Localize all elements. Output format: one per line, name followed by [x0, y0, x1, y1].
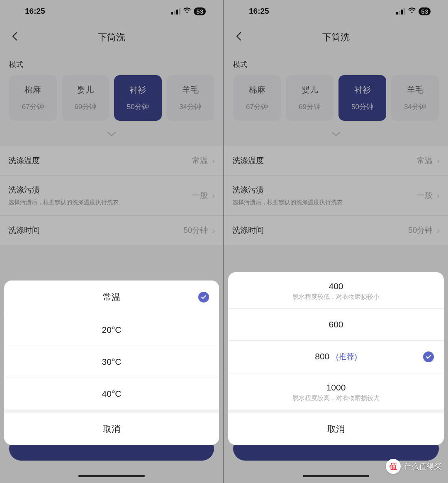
mode-section: 模式 棉麻 67分钟 婴儿 69分钟 衬衫 50分钟 羊毛 34分钟: [224, 52, 448, 146]
settings-list: 洗涤温度 常温 › 洗涤污渍 选择污渍后，根据默认的洗涤温度执行洗衣 一般 › …: [0, 146, 223, 245]
mode-card-cotton[interactable]: 棉麻 67分钟: [233, 75, 281, 121]
sheet-cancel-button[interactable]: 取消: [228, 410, 444, 445]
mode-section: 模式 棉麻 67分钟 婴儿 69分钟 衬衫 50分钟 羊毛 34分钟: [0, 52, 223, 146]
setting-wash-temperature[interactable]: 洗涤温度 常温 ›: [224, 146, 448, 176]
mode-card-shirt[interactable]: 衬衫 50分钟: [338, 75, 386, 121]
recommended-label: (推荐): [336, 352, 357, 361]
settings-list: 洗涤温度 常温 › 洗涤污渍 选择污渍后，根据默认的洗涤温度执行洗衣 一般 › …: [224, 146, 448, 245]
back-button[interactable]: [12, 31, 17, 44]
back-button[interactable]: [236, 31, 241, 44]
mode-section-label: 模式: [224, 60, 448, 75]
phone-screenshot-left: 16:25 53 下筒洗 模式 棉麻 67分钟: [0, 0, 224, 483]
check-icon: [423, 351, 434, 362]
check-icon: [198, 292, 209, 302]
setting-wash-stain[interactable]: 洗涤污渍 选择污渍后，根据默认的洗涤温度执行洗衣 一般 ›: [224, 176, 448, 216]
setting-wash-stain[interactable]: 洗涤污渍 选择污渍后，根据默认的洗涤温度执行洗衣 一般 ›: [0, 176, 223, 216]
mode-section-label: 模式: [0, 60, 223, 75]
phone-screenshot-right: 16:25 53 下筒洗 模式 棉麻 67分钟: [224, 0, 448, 483]
chevron-right-icon: ›: [212, 191, 215, 200]
mode-card-wool[interactable]: 羊毛 34分钟: [391, 75, 439, 121]
wifi-icon: [183, 7, 191, 16]
mode-card-baby[interactable]: 婴儿 69分钟: [286, 75, 334, 121]
sheet-option-400[interactable]: 400 脱水程度较低，对衣物磨损较小: [228, 272, 444, 309]
battery-indicator: 53: [194, 7, 206, 15]
cellular-signal-icon: [396, 8, 405, 15]
spin-speed-action-sheet: 400 脱水程度较低，对衣物磨损较小 600 800 (推荐) 1000 脱水程…: [228, 272, 444, 445]
cellular-signal-icon: [171, 8, 180, 15]
sheet-option-800[interactable]: 800 (推荐): [228, 341, 444, 373]
setting-wash-time[interactable]: 洗涤时间 50分钟 ›: [224, 216, 448, 245]
watermark-icon: 值: [386, 459, 401, 474]
page-title: 下筒洗: [322, 31, 350, 44]
chevron-right-icon: ›: [212, 156, 215, 166]
sheet-option-normal-temp[interactable]: 常温: [4, 281, 219, 314]
sheet-option-20c[interactable]: 20°C: [4, 314, 219, 346]
watermark-text: 什么值得买: [404, 461, 441, 471]
page-title: 下筒洗: [98, 31, 125, 44]
nav-bar: 下筒洗: [0, 22, 223, 52]
sheet-option-40c[interactable]: 40°C: [4, 378, 219, 410]
wifi-icon: [408, 7, 416, 16]
setting-wash-temperature[interactable]: 洗涤温度 常温 ›: [0, 146, 223, 176]
nav-bar: 下筒洗: [224, 22, 448, 52]
status-bar: 16:25 53: [0, 0, 223, 22]
home-indicator[interactable]: [78, 475, 145, 477]
temperature-action-sheet: 常温 20°C 30°C 40°C 取消: [4, 281, 219, 445]
mode-card-baby[interactable]: 婴儿 69分钟: [62, 75, 110, 121]
chevron-right-icon: ›: [437, 156, 440, 166]
home-indicator[interactable]: [303, 475, 369, 477]
mode-card-wool[interactable]: 羊毛 34分钟: [167, 75, 214, 121]
battery-indicator: 53: [419, 7, 431, 15]
status-time: 16:25: [249, 7, 269, 16]
setting-wash-time[interactable]: 洗涤时间 50分钟 ›: [0, 216, 223, 245]
sheet-option-30c[interactable]: 30°C: [4, 346, 219, 378]
status-bar: 16:25 53: [224, 0, 448, 22]
status-time: 16:25: [25, 7, 45, 16]
sheet-cancel-button[interactable]: 取消: [4, 410, 219, 445]
sheet-option-600[interactable]: 600: [228, 309, 444, 341]
expand-modes-button[interactable]: [0, 121, 223, 144]
mode-card-cotton[interactable]: 棉麻 67分钟: [9, 75, 57, 121]
watermark-badge: 值 什么值得买: [386, 459, 441, 474]
chevron-right-icon: ›: [437, 226, 440, 235]
mode-card-shirt[interactable]: 衬衫 50分钟: [114, 75, 162, 121]
expand-modes-button[interactable]: [224, 121, 448, 144]
chevron-right-icon: ›: [437, 191, 440, 200]
chevron-right-icon: ›: [212, 226, 215, 235]
sheet-option-1000[interactable]: 1000 脱水程度较高，对衣物磨损较大: [228, 373, 444, 410]
